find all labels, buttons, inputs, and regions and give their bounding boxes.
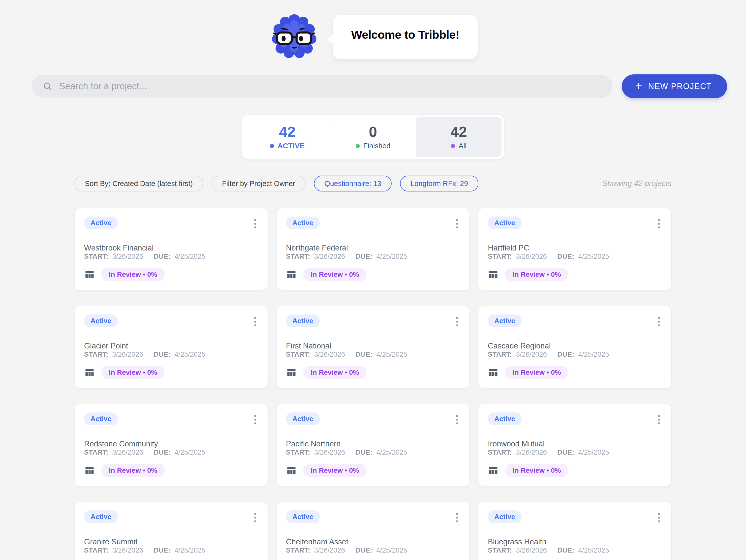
project-card[interactable]: Active Northgate Federal CMMC Northgate …	[276, 208, 470, 290]
project-dates: START: 3/26/2026 DUE: 4/25/2025	[488, 547, 662, 554]
status-badge: Active	[488, 217, 521, 229]
project-card[interactable]: Active Pacific Northern Energy Vendor Pa…	[276, 404, 470, 486]
card-menu-icon[interactable]	[454, 413, 460, 427]
due-label: DUE:	[557, 448, 574, 456]
due-label: DUE:	[355, 448, 372, 456]
stat-all-label: All	[459, 142, 466, 150]
card-menu-icon[interactable]	[252, 413, 258, 427]
start-label: START:	[84, 547, 108, 554]
start-date: 3/26/2026	[314, 252, 345, 260]
project-card[interactable]: Active Granite Summit Capital InvestorDD…	[75, 502, 268, 560]
card-menu-icon[interactable]	[454, 314, 460, 329]
start-label: START:	[286, 448, 310, 456]
project-subtitle: Granite Summit	[84, 537, 258, 547]
project-dates: START: 3/26/2026 DUE: 4/25/2025	[84, 448, 258, 456]
status-badge: Active	[286, 510, 320, 523]
card-menu-icon[interactable]	[656, 413, 662, 427]
card-menu-icon[interactable]	[656, 217, 662, 231]
project-subtitle: Bluegrass Health	[488, 537, 662, 547]
project-card[interactable]: Active First National Bank FinSec First …	[276, 306, 470, 388]
longform-rfx-chip[interactable]: Longform RFx: 29	[400, 175, 479, 192]
due-date: 4/25/2025	[376, 448, 407, 456]
project-subtitle: Hartfield PC	[488, 244, 662, 252]
start-label: START:	[286, 547, 310, 554]
stat-finished-label: Finished	[363, 142, 391, 150]
project-dates: START: 3/26/2026 DUE: 4/25/2025	[488, 252, 662, 260]
stat-active-label: ACTIVE	[278, 142, 305, 150]
stat-all[interactable]: 42 All	[415, 117, 501, 157]
project-card[interactable]: Active Cheltenham Asset Management Chelt…	[276, 502, 470, 560]
status-badge: Active	[488, 510, 521, 523]
due-label: DUE:	[557, 252, 574, 260]
project-subtitle: Ironwood Mutual	[488, 440, 662, 448]
start-date: 3/26/2026	[314, 351, 345, 358]
questionnaire-chip[interactable]: Questionnaire: 13	[314, 175, 392, 192]
start-date: 3/26/2026	[516, 252, 547, 260]
table-icon	[286, 465, 297, 476]
status-badge: Active	[286, 413, 320, 425]
card-menu-icon[interactable]	[656, 314, 662, 329]
card-menu-icon[interactable]	[454, 510, 460, 525]
project-card[interactable]: Active Glacier Point Utilities OT Glacie…	[75, 306, 268, 388]
progress-badge: In Review • 0%	[505, 268, 568, 281]
progress-badge: In Review • 0%	[303, 464, 367, 477]
start-date: 3/26/2026	[112, 351, 143, 358]
start-date: 3/26/2026	[314, 448, 345, 456]
start-label: START:	[286, 351, 310, 358]
card-menu-icon[interactable]	[454, 217, 460, 231]
project-title: Ironwood Mutual VendorAssessment	[488, 435, 662, 436]
project-card[interactable]: Active Westbrook Financial IT Vendor Wes…	[75, 208, 268, 290]
stat-active[interactable]: 42 ACTIVE	[245, 117, 330, 157]
project-card[interactable]: Active Redstone Community Bank Tech Reds…	[75, 404, 268, 486]
due-label: DUE:	[153, 448, 170, 456]
start-label: START:	[84, 351, 108, 358]
due-date: 4/25/2025	[376, 252, 407, 260]
search-input[interactable]	[59, 81, 601, 91]
card-menu-icon[interactable]	[656, 510, 662, 525]
status-badge: Active	[84, 314, 118, 327]
project-subtitle: Pacific Northern	[286, 440, 460, 448]
projects-grid: Active Westbrook Financial IT Vendor Wes…	[75, 208, 671, 560]
project-subtitle: Cascade Regional	[488, 341, 662, 351]
start-date: 3/26/2026	[516, 448, 547, 456]
start-date: 3/26/2026	[516, 351, 547, 358]
project-search-box[interactable]	[32, 75, 612, 98]
due-date: 4/25/2025	[376, 351, 407, 358]
project-card[interactable]: Active Hartfield PC Insurance Cyber Hart…	[478, 208, 671, 290]
card-menu-icon[interactable]	[252, 314, 258, 329]
project-card[interactable]: Active Bluegrass Health Network Vendor B…	[478, 502, 671, 560]
filters-row: Sort By: Created Date (latest first) Fil…	[75, 175, 671, 192]
start-label: START:	[84, 448, 108, 456]
start-date: 3/26/2026	[112, 252, 143, 260]
project-card[interactable]: Active Ironwood Mutual VendorAssessment …	[478, 404, 671, 486]
due-label: DUE:	[355, 252, 372, 260]
new-project-button[interactable]: + NEW PROJECT	[622, 75, 727, 98]
filter-owner-chip[interactable]: Filter by Project Owner	[211, 175, 306, 192]
project-dates: START: 3/26/2026 DUE: 4/25/2025	[286, 547, 460, 554]
due-label: DUE:	[153, 351, 170, 358]
status-badge: Active	[84, 413, 118, 425]
card-menu-icon[interactable]	[252, 510, 258, 525]
due-date: 4/25/2025	[578, 351, 609, 358]
stat-finished-value: 0	[369, 124, 377, 139]
finished-dot-icon	[356, 144, 360, 148]
search-icon	[42, 81, 53, 91]
card-menu-icon[interactable]	[252, 217, 258, 231]
table-icon	[286, 269, 297, 280]
due-label: DUE:	[557, 547, 574, 554]
project-title: Redstone Community Bank Tech	[84, 435, 258, 436]
start-date: 3/26/2026	[314, 547, 345, 554]
project-dates: START: 3/26/2026 DUE: 4/25/2025	[84, 351, 258, 358]
sort-by-chip[interactable]: Sort By: Created Date (latest first)	[75, 175, 203, 192]
status-badge: Active	[84, 217, 118, 229]
stat-finished[interactable]: 0 Finished	[330, 117, 416, 157]
due-date: 4/25/2025	[175, 448, 206, 456]
project-dates: START: 3/26/2026 DUE: 4/25/2025	[488, 448, 662, 456]
project-dates: START: 3/26/2026 DUE: 4/25/2025	[286, 351, 460, 358]
project-subtitle: Cheltenham Asset	[286, 537, 460, 547]
project-card[interactable]: Active Cascade Regional Medical HIPAA Ca…	[478, 306, 671, 388]
start-date: 3/26/2026	[112, 448, 143, 456]
table-icon	[84, 465, 95, 476]
hero-header: Welcome to Tribble!	[0, 0, 746, 60]
project-title: Pacific Northern Energy Vendor	[286, 435, 460, 436]
